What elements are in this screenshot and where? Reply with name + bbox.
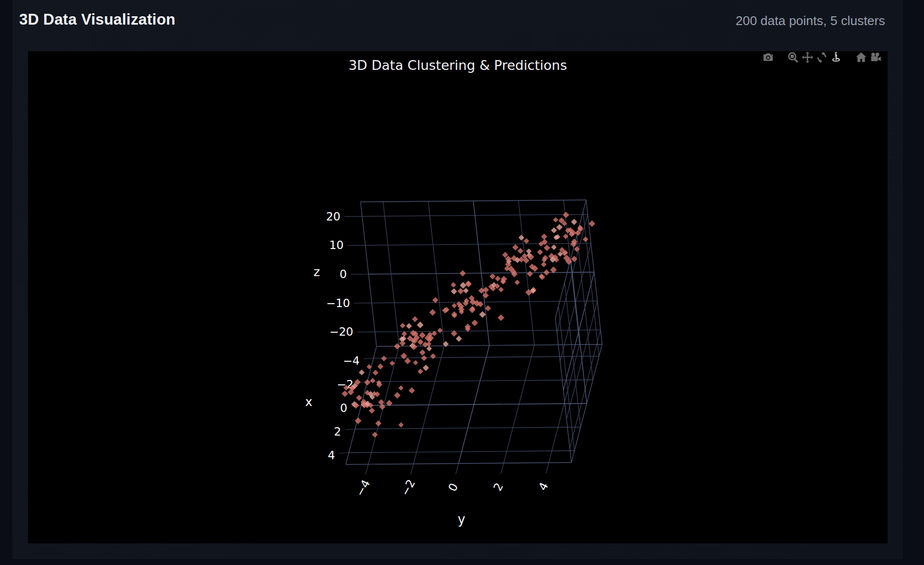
- data-point: [485, 305, 491, 311]
- data-point: [589, 220, 595, 227]
- data-point: [373, 370, 379, 376]
- data-point: [519, 235, 525, 241]
- data-point: [452, 303, 457, 309]
- plot-title: 3D Data Clustering & Predictions: [28, 58, 888, 73]
- data-point: [413, 360, 418, 365]
- data-point: [544, 245, 550, 251]
- data-point: [460, 282, 466, 289]
- app-card: 3D Data Visualization 200 data points, 5…: [12, 0, 903, 559]
- data-point: [406, 323, 412, 329]
- modebar-button-orbit[interactable]: [815, 50, 829, 64]
- svg-text:z: z: [834, 51, 837, 56]
- plot-container: 20100−10−20−4−2024−4−2024zxy 3D Data Clu…: [28, 51, 888, 543]
- data-point: [418, 369, 424, 375]
- page-title: 3D Data Visualization: [19, 11, 175, 29]
- data-point: [563, 212, 569, 218]
- data-point: [364, 379, 370, 386]
- svg-text:−10: −10: [326, 297, 350, 310]
- data-point: [356, 395, 362, 401]
- data-point: [471, 319, 478, 326]
- scatter3d-scene[interactable]: 20100−10−20−4−2024−4−2024zxy: [28, 51, 888, 543]
- data-point: [498, 287, 504, 292]
- data-point: [379, 404, 386, 410]
- orbit-rotation-icon: [816, 51, 828, 63]
- data-point: [398, 385, 404, 391]
- modebar-button-zoom[interactable]: [786, 50, 800, 64]
- data-point: [422, 342, 428, 347]
- turntable-rotation-icon: z: [830, 51, 842, 63]
- data-point: [419, 349, 425, 355]
- data-point: [399, 340, 405, 346]
- data-point: [458, 288, 464, 294]
- data-point: [398, 422, 404, 428]
- modebar: z: [761, 48, 883, 66]
- data-point: [400, 352, 407, 359]
- data-point: [451, 288, 457, 295]
- modebar-button-turntable[interactable]: z: [829, 50, 843, 64]
- modebar-button-download[interactable]: [761, 50, 775, 64]
- svg-text:20: 20: [326, 210, 340, 223]
- zoom-icon: [787, 51, 799, 63]
- svg-text:−4: −4: [353, 478, 372, 499]
- data-point: [370, 378, 375, 383]
- data-point: [377, 364, 383, 370]
- data-point: [394, 343, 400, 349]
- data-point: [495, 276, 501, 282]
- data-point: [451, 282, 456, 287]
- data-point: [541, 262, 546, 267]
- data-point: [515, 280, 520, 285]
- data-point: [551, 227, 557, 233]
- data-point: [553, 217, 559, 222]
- data-point: [460, 270, 466, 277]
- data-point: [429, 309, 436, 315]
- data-point: [342, 390, 348, 397]
- data-point: [369, 408, 375, 413]
- home-icon: [855, 51, 867, 63]
- svg-text:−4: −4: [343, 354, 360, 367]
- data-point: [512, 244, 519, 251]
- svg-text:4: 4: [536, 480, 551, 493]
- data-point: [451, 312, 457, 317]
- modebar-button-reset-camera[interactable]: [854, 50, 868, 64]
- data-point: [359, 370, 364, 376]
- status-text: 200 data points, 5 clusters: [735, 13, 885, 29]
- data-point: [556, 224, 562, 230]
- svg-text:x: x: [305, 395, 313, 409]
- svg-text:−20: −20: [330, 325, 354, 338]
- data-point: [378, 399, 384, 405]
- data-point: [571, 219, 577, 225]
- data-point: [419, 332, 426, 339]
- data-point: [583, 237, 588, 242]
- data-point: [463, 288, 468, 293]
- data-point: [518, 248, 524, 254]
- data-point: [400, 323, 405, 328]
- data-point: [541, 233, 547, 239]
- data-point: [490, 273, 495, 279]
- data-point: [427, 346, 432, 351]
- data-point: [551, 245, 557, 250]
- svg-text:0: 0: [340, 402, 348, 414]
- data-point: [537, 249, 543, 255]
- app-header: 3D Data Visualization 200 data points, 5…: [12, 0, 903, 51]
- pan-icon: [801, 51, 814, 63]
- svg-text:z: z: [313, 265, 320, 279]
- data-point: [423, 365, 429, 371]
- data-point: [417, 321, 424, 328]
- data-point: [456, 336, 462, 342]
- data-point: [479, 311, 486, 318]
- svg-text:2: 2: [334, 425, 341, 438]
- data-point: [404, 358, 411, 364]
- svg-text:y: y: [458, 512, 465, 527]
- modebar-button-reset-camera-last[interactable]: [868, 50, 883, 64]
- data-point: [527, 271, 533, 277]
- svg-text:2: 2: [491, 481, 506, 493]
- data-point: [526, 249, 531, 254]
- data-point: [394, 392, 400, 399]
- data-point: [409, 387, 415, 394]
- svg-text:10: 10: [329, 239, 343, 251]
- svg-text:0: 0: [340, 268, 347, 281]
- data-point: [381, 356, 387, 361]
- modebar-button-pan[interactable]: [800, 50, 815, 64]
- camera-icon: [762, 51, 774, 63]
- data-point: [524, 238, 529, 244]
